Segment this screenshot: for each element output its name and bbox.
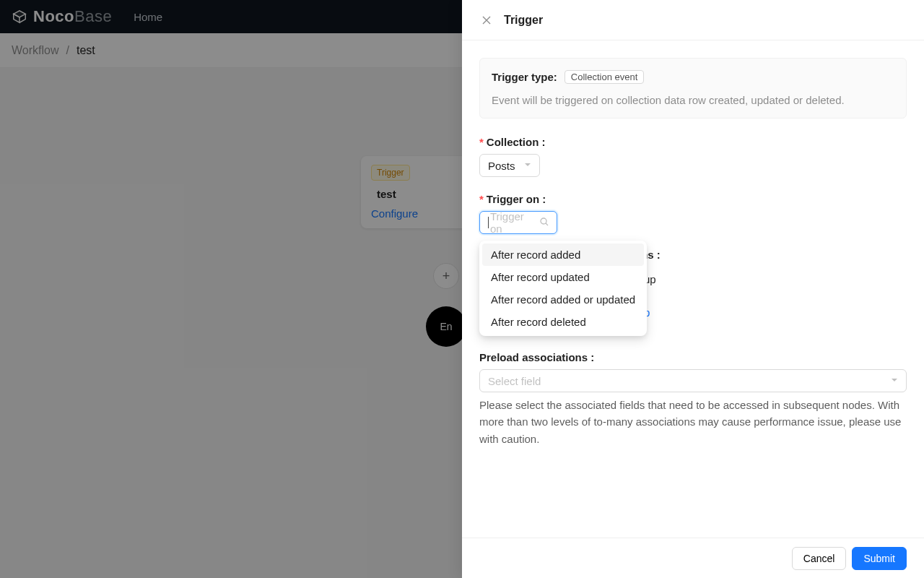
trigger-type-info: Trigger type: Collection event Event wil… xyxy=(479,58,907,118)
preload-help-text: Please select the associated fields that… xyxy=(479,397,907,447)
option-after-record-added-or-updated[interactable]: After record added or updated xyxy=(482,288,644,311)
option-after-record-updated[interactable]: After record updated xyxy=(482,266,644,288)
trigger-type-desc: Event will be triggered on collection da… xyxy=(492,94,894,106)
preload-field: Preload associations Select field Please… xyxy=(479,351,907,447)
search-icon xyxy=(540,217,549,228)
option-after-record-added[interactable]: After record added xyxy=(482,243,644,266)
collection-value: Posts xyxy=(488,160,515,172)
collection-label: Collection xyxy=(479,136,907,148)
chevron-down-icon xyxy=(524,161,531,170)
close-icon[interactable] xyxy=(479,15,494,25)
chevron-down-icon xyxy=(891,376,898,385)
submit-button[interactable]: Submit xyxy=(852,547,907,570)
trigger-on-field: Trigger on Trigger on After record added… xyxy=(479,193,907,234)
trigger-on-placeholder: Trigger on xyxy=(490,210,534,235)
text-cursor xyxy=(488,217,489,228)
preload-label: Preload associations xyxy=(479,351,907,363)
trigger-on-label: Trigger on xyxy=(479,193,907,205)
svg-point-0 xyxy=(541,218,546,224)
trigger-on-select[interactable]: Trigger on xyxy=(479,211,557,234)
trigger-type-label: Trigger type: xyxy=(492,71,557,83)
option-after-record-deleted[interactable]: After record deleted xyxy=(482,311,644,333)
preload-select[interactable]: Select field xyxy=(479,369,907,392)
trigger-drawer: Trigger Trigger type: Collection event E… xyxy=(462,0,924,578)
drawer-header: Trigger xyxy=(462,0,924,40)
drawer-body: Trigger type: Collection event Event wil… xyxy=(462,40,924,538)
collection-field: Collection Posts xyxy=(479,136,907,177)
trigger-type-tag: Collection event xyxy=(565,70,645,84)
preload-placeholder: Select field xyxy=(488,375,541,387)
drawer-footer: Cancel Submit xyxy=(462,538,924,578)
collection-select[interactable]: Posts xyxy=(479,154,540,177)
trigger-on-dropdown: After record added After record updated … xyxy=(479,241,647,336)
drawer-title: Trigger xyxy=(504,14,543,27)
cancel-button[interactable]: Cancel xyxy=(792,547,847,570)
